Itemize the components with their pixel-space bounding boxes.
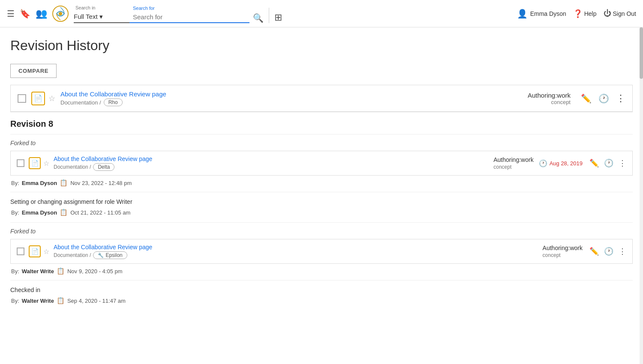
sub-doc-title-1[interactable]: About the Collaborative Review page [54, 155, 493, 162]
calendar-icon-1: 📋 [60, 179, 68, 187]
power-icon: ⏻ [604, 9, 611, 18]
calendar-icon-4: 📋 [57, 297, 65, 304]
forked-entry-1: Forked to 📄 ☆ About the Collaborative Re… [10, 134, 633, 192]
header-right: 👤 Emma Dyson ❓ Help ⏻ Sign Out [517, 9, 636, 19]
sub-more-icon-1[interactable]: ⋮ [619, 158, 626, 168]
sub-history-icon-1[interactable]: 🕐 [604, 158, 613, 168]
menu-icon[interactable]: ☰ [7, 9, 15, 19]
epsilon-label: Epsilon [105, 252, 122, 258]
document-icon: 📄 [31, 92, 45, 105]
app-logo[interactable] [52, 6, 69, 22]
more-menu-icon[interactable]: ⋮ [616, 93, 625, 104]
scrollbar-thumb[interactable] [640, 27, 643, 79]
wrench-icon: 🔧 [98, 253, 104, 258]
branch-tag-delta[interactable]: Delta [93, 163, 114, 171]
by-name-4: Walter Write [22, 298, 54, 304]
bookmark-icon[interactable]: 🔖 [20, 9, 30, 19]
sub-meta-2: Authoring:work concept [543, 245, 583, 258]
forked-entry-2: Forked to 📄 ☆ About the Collaborative Re… [10, 222, 633, 280]
by-line-1: By: Emma Dyson 📋 Nov 23, 2022 - 12:48 pm [10, 179, 633, 187]
authoring-label: Authoring:work [528, 92, 571, 99]
top-doc-title[interactable]: About the Collaborative Review page [60, 90, 528, 98]
search-input[interactable] [133, 13, 249, 21]
checkedin-entry: Checked in By: Walter Write 📋 Sep 4, 202… [10, 280, 633, 310]
top-checkbox[interactable] [18, 94, 26, 103]
chevron-down-icon: ▾ [99, 13, 103, 21]
sub-doc-actions-1: ✏️ 🕐 ⋮ [589, 158, 626, 168]
search-in-label: Search in [75, 5, 95, 10]
sub-authoring-1: Authoring:work [493, 156, 533, 163]
sub-doc-title-2[interactable]: About the Collaborative Review page [54, 244, 543, 251]
help-link[interactable]: ❓ Help [573, 9, 597, 18]
sub-doc-info-1: About the Collaborative Review page Docu… [54, 155, 493, 171]
alert-clock-icon: 🕐 [539, 159, 547, 167]
calendar-icon-2: 📋 [60, 209, 68, 216]
overdue-date-1: 🕐 Aug 28, 2019 [539, 159, 583, 167]
by-date-4: Sep 4, 2020 - 11:47 am [67, 298, 126, 304]
compare-button[interactable]: COMPARE [10, 64, 57, 78]
search-for-group: Search for [129, 5, 249, 23]
users-icon[interactable]: 👥 [36, 8, 47, 19]
sub-doc-row-1: 📄 ☆ About the Collaborative Review page … [10, 151, 633, 176]
sub-doc-actions-2: ✏️ 🕐 ⋮ [589, 247, 626, 256]
by-name-2: Emma Dyson [22, 209, 57, 216]
history-icon[interactable]: 🕐 [598, 93, 609, 104]
sub-concept-2: concept [543, 252, 583, 258]
search-in-dropdown[interactable]: Full Text ▾ [74, 13, 126, 21]
sub-history-icon-2[interactable]: 🕐 [604, 247, 613, 256]
top-doc-meta: Authoring:work concept [528, 92, 571, 105]
sub-star-icon-1[interactable]: ☆ [43, 159, 49, 167]
star-icon[interactable]: ☆ [48, 94, 55, 103]
sub-more-icon-2[interactable]: ⋮ [619, 247, 626, 256]
search-in-group: Search in Full Text ▾ [74, 4, 129, 23]
simple-entry-setting: Setting or changing assignment for role … [10, 192, 633, 222]
by-line-2: By: Emma Dyson 📋 Oct 21, 2022 - 11:05 am [10, 209, 633, 216]
search-area: Search in Full Text ▾ Search for 🔍 ⊞ [74, 4, 282, 23]
revision-heading: Revision 8 [10, 112, 633, 134]
branch-tag-rho[interactable]: Rho [104, 98, 123, 106]
header-left: ☰ 🔖 👥 [7, 6, 69, 22]
top-doc-breadcrumb: Documentation / Rho [60, 98, 528, 106]
help-label: Help [584, 10, 597, 17]
sub-breadcrumb-root-2: Documentation / [54, 252, 91, 258]
by-label-3: By: [11, 268, 19, 274]
calendar-icon-3: 📋 [57, 267, 65, 275]
by-name-1: Emma Dyson [22, 180, 57, 186]
sub-doc-row-2: 📄 ☆ About the Collaborative Review page … [10, 239, 633, 264]
sub-doc-icon-1: 📄 [29, 157, 41, 169]
sub-breadcrumb-2: Documentation / 🔧 Epsilon [54, 251, 543, 259]
forked-label-2: Forked to [10, 228, 633, 235]
sub-meta-1: Authoring:work concept 🕐 Aug 28, 2019 [493, 156, 583, 170]
sub-star-icon-2[interactable]: ☆ [43, 248, 49, 256]
branch-tag-epsilon[interactable]: 🔧 Epsilon [93, 251, 127, 259]
revision-section: Revision 8 Forked to 📄 ☆ About the Colla… [10, 112, 633, 310]
sub-breadcrumb-root-1: Documentation / [54, 164, 91, 170]
search-for-label: Search for [133, 6, 155, 11]
filter-icon[interactable]: ⊞ [274, 12, 282, 23]
sub-checkbox-1[interactable] [17, 159, 24, 167]
scrollbar-track[interactable] [640, 27, 643, 310]
divider [269, 8, 269, 23]
by-date-2: Oct 21, 2022 - 11:05 am [70, 209, 130, 216]
sub-breadcrumb-1: Documentation / Delta [54, 163, 493, 171]
main-content: Revision History COMPARE 📄 ☆ About the C… [0, 27, 643, 310]
edit-icon[interactable]: ✏️ [581, 93, 592, 104]
search-icon[interactable]: 🔍 [253, 13, 264, 23]
signout-label: Sign Out [613, 10, 636, 17]
sub-doc-icon-2: 📄 [29, 245, 41, 257]
top-document-row: 📄 ☆ About the Collaborative Review page … [10, 85, 633, 112]
sub-edit-icon-1[interactable]: ✏️ [589, 158, 599, 168]
user-name: Emma Dyson [530, 10, 566, 17]
simple-entry-title: Setting or changing assignment for role … [10, 198, 633, 205]
user-info[interactable]: 👤 Emma Dyson [517, 9, 566, 19]
svg-point-1 [59, 12, 62, 15]
breadcrumb-root: Documentation / [60, 99, 101, 106]
top-doc-actions: ✏️ 🕐 ⋮ [581, 93, 625, 104]
sub-edit-icon-2[interactable]: ✏️ [589, 247, 599, 256]
help-icon: ❓ [573, 9, 583, 18]
sub-checkbox-2[interactable] [17, 248, 24, 255]
signout-link[interactable]: ⏻ Sign Out [604, 9, 636, 18]
by-line-4: By: Walter Write 📋 Sep 4, 2020 - 11:47 a… [10, 297, 633, 304]
overdue-date-text-1: Aug 28, 2019 [550, 160, 583, 167]
by-label-1: By: [11, 180, 19, 186]
